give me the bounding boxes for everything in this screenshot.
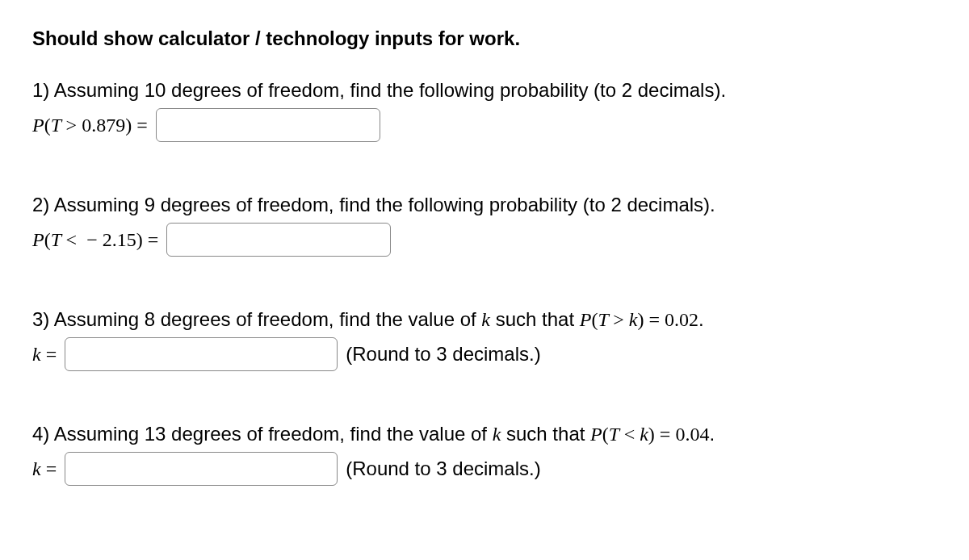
q2-answer-line: P(T < − 2.15) =: [32, 223, 937, 257]
q1-answer-line: P(T > 0.879) =: [32, 108, 937, 142]
q3-hint: (Round to 3 decimals.): [346, 340, 540, 369]
q2-eq: =: [148, 229, 159, 250]
q4-T: T: [609, 424, 619, 445]
q4-k: k: [640, 424, 648, 445]
q4-prompt-k: k: [493, 424, 501, 445]
q1-val: 0.879: [82, 115, 125, 136]
q3-answer-line: k = (Round to 3 decimals.): [32, 337, 937, 371]
q2-close-paren: ): [136, 229, 143, 250]
q2-op: <: [66, 229, 78, 250]
q3-prompt: 3) Assuming 8 degrees of freedom, find t…: [32, 305, 937, 334]
q1-op: >: [66, 115, 78, 136]
q4-P: P: [590, 424, 602, 445]
q2-val: 2.15: [103, 229, 136, 250]
q3-rhs: 0.02: [665, 309, 698, 330]
q4-prompt-prefix: 4) Assuming 13 degrees of freedom, find …: [32, 423, 493, 445]
question-3: 3) Assuming 8 degrees of freedom, find t…: [32, 305, 937, 371]
q1-close-paren: ): [125, 115, 132, 136]
q2-P: P: [32, 229, 44, 250]
q3-prompt-end: .: [698, 308, 704, 330]
q3-ans-eq: =: [46, 344, 57, 365]
q3-ans-lhs: k =: [32, 340, 57, 369]
q4-answer-input[interactable]: [65, 452, 338, 486]
q4-rhs: 0.04: [675, 424, 709, 445]
q2-prompt: 2) Assuming 9 degrees of freedom, find t…: [32, 190, 937, 219]
q1-open-paren: (: [44, 115, 51, 136]
q4-op: <: [624, 424, 636, 445]
q3-k: k: [629, 309, 638, 330]
q4-hint: (Round to 3 decimals.): [346, 454, 540, 483]
q2-T: T: [51, 229, 61, 250]
q4-prompt: 4) Assuming 13 degrees of freedom, find …: [32, 420, 937, 449]
q4-expression: P(T < k) = 0.04: [590, 424, 709, 445]
q4-prompt-mid: such that: [501, 423, 590, 445]
q4-eq: =: [660, 424, 671, 445]
q3-op: >: [613, 309, 624, 330]
q3-ans-k: k: [32, 344, 41, 365]
q4-ans-k: k: [32, 458, 41, 479]
q4-open-paren: (: [602, 424, 609, 445]
q4-ans-eq: =: [46, 458, 57, 479]
q3-prompt-mid: such that: [490, 308, 580, 330]
question-1: 1) Assuming 10 degrees of freedom, find …: [32, 76, 937, 142]
q3-T: T: [598, 309, 608, 330]
q1-T: T: [51, 115, 61, 136]
q2-expression: P(T < − 2.15) =: [32, 225, 158, 254]
q4-ans-lhs: k =: [32, 454, 57, 483]
q4-close-paren: ): [648, 424, 655, 445]
q1-eq: =: [136, 115, 148, 136]
q2-open-paren: (: [44, 229, 51, 250]
q1-answer-input[interactable]: [156, 108, 380, 142]
q3-close-paren: ): [638, 309, 644, 330]
q3-prompt-prefix: 3) Assuming 8 degrees of freedom, find t…: [32, 308, 481, 330]
q3-P: P: [580, 309, 592, 330]
q2-answer-input[interactable]: [166, 223, 391, 257]
question-2: 2) Assuming 9 degrees of freedom, find t…: [32, 190, 937, 257]
q3-eq: =: [649, 309, 661, 330]
q3-answer-input[interactable]: [65, 337, 338, 371]
q1-expression: P(T > 0.879) =: [32, 111, 148, 140]
q2-neg: −: [86, 229, 98, 250]
question-4: 4) Assuming 13 degrees of freedom, find …: [32, 420, 937, 486]
q3-expression: P(T > k) = 0.02: [580, 309, 698, 330]
q4-prompt-end: .: [709, 423, 715, 445]
q1-P: P: [32, 115, 44, 136]
page-heading: Should show calculator / technology inpu…: [32, 24, 937, 53]
q1-prompt: 1) Assuming 10 degrees of freedom, find …: [32, 76, 937, 105]
q3-prompt-k: k: [481, 309, 490, 330]
q4-answer-line: k = (Round to 3 decimals.): [32, 452, 937, 486]
